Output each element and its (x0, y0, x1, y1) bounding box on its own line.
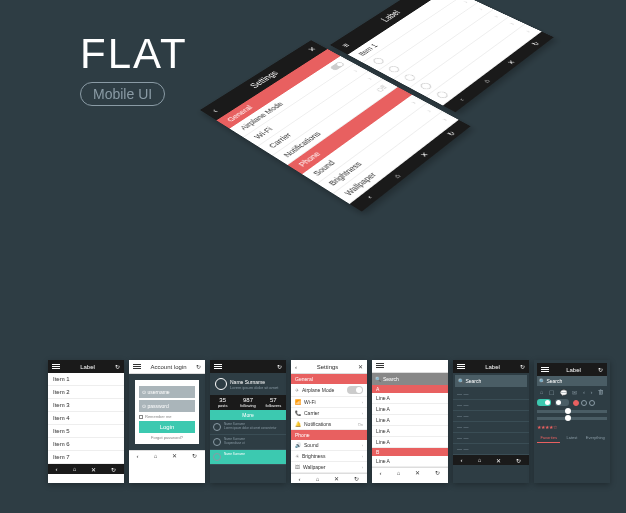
list-item[interactable]: Item 5 (48, 425, 124, 438)
search-input[interactable]: 🔍 Search (372, 373, 448, 385)
radio-icon[interactable] (387, 65, 402, 74)
refresh-icon[interactable]: ↻ (446, 130, 458, 137)
refresh-icon[interactable]: ↻ (520, 363, 525, 370)
refresh-icon[interactable]: ↻ (435, 469, 440, 476)
menu-icon[interactable] (52, 364, 60, 370)
tab-latest[interactable]: Latest (560, 433, 583, 443)
home-icon[interactable]: ⌂ (73, 466, 77, 472)
remember-checkbox[interactable]: Remember me (139, 414, 195, 419)
close-icon[interactable]: ✕ (415, 469, 420, 476)
rating-stars[interactable]: ★★★★☆ (537, 424, 607, 430)
back-icon[interactable]: ‹ (583, 389, 585, 396)
home-icon[interactable]: ⌂ (540, 389, 544, 396)
home-icon[interactable]: ⌂ (154, 453, 158, 459)
home-icon[interactable]: ⌂ (481, 78, 492, 84)
menu-icon[interactable] (214, 364, 222, 370)
close-icon[interactable]: ✕ (172, 452, 177, 459)
close-icon[interactable]: ✕ (496, 457, 501, 464)
radio-icon[interactable] (419, 82, 434, 91)
list-item[interactable]: Line A (372, 426, 448, 437)
back-icon[interactable]: ‹ (380, 470, 382, 476)
back-icon[interactable]: ‹ (210, 108, 220, 114)
menu-icon[interactable] (457, 364, 465, 370)
stat-followers[interactable]: 57followers (261, 395, 286, 410)
refresh-icon[interactable]: ↻ (354, 475, 359, 482)
stat-following[interactable]: 987following (235, 395, 260, 410)
tab-favorites[interactable]: Favorites (537, 433, 560, 443)
close-icon[interactable]: ✕ (91, 466, 96, 473)
list-item[interactable]: — — (453, 389, 529, 400)
refresh-icon[interactable]: ↻ (598, 366, 603, 373)
chat-icon[interactable]: 💬 (560, 389, 567, 396)
bookmark-icon[interactable]: ☐ (549, 389, 554, 396)
search-input[interactable]: 🔍 Search (537, 376, 607, 386)
radio-icon[interactable] (435, 90, 450, 99)
back-icon[interactable]: ‹ (457, 97, 467, 102)
list-item[interactable]: Line A (372, 393, 448, 404)
search-input[interactable]: 🔍 Search (455, 375, 527, 387)
row-notifications[interactable]: 🔔NotificationsOn (291, 419, 367, 430)
forward-icon[interactable]: › (591, 389, 593, 396)
refresh-icon[interactable]: ↻ (111, 466, 116, 473)
list-item[interactable]: Line A (372, 415, 448, 426)
list-item[interactable]: — — (453, 433, 529, 444)
password-input[interactable]: ⊙ password (139, 400, 195, 412)
home-icon[interactable]: ⌂ (316, 476, 320, 482)
radio-selected[interactable] (573, 400, 579, 406)
list-item[interactable]: Line A (372, 437, 448, 448)
back-icon[interactable]: ‹ (299, 476, 301, 482)
row-carrier[interactable]: 📞Carrier› (291, 408, 367, 419)
comment-item[interactable]: Name SurnameSuspendisse ut (210, 435, 286, 450)
row-airplane[interactable]: ✈Airplane Mode (291, 384, 367, 397)
forgot-link[interactable]: Forgot password? (139, 435, 195, 440)
list-item[interactable]: Item 7 (48, 451, 124, 464)
radio-icon[interactable] (371, 57, 385, 66)
toggle-off[interactable] (555, 399, 569, 406)
refresh-icon[interactable]: ↻ (516, 457, 521, 464)
slider[interactable] (537, 410, 607, 413)
list-item[interactable]: — — (453, 444, 529, 455)
list-item[interactable]: Item 6 (48, 438, 124, 451)
refresh-icon[interactable]: ↻ (530, 40, 542, 47)
radio-option[interactable] (581, 400, 587, 406)
slider[interactable] (537, 417, 607, 420)
back-icon[interactable]: ‹ (56, 466, 58, 472)
stat-posts[interactable]: 35posts (210, 395, 235, 410)
refresh-icon[interactable]: ↻ (115, 363, 120, 370)
menu-icon[interactable] (376, 363, 384, 369)
avatar[interactable] (215, 378, 227, 390)
list-item[interactable]: Item 4 (48, 412, 124, 425)
toggle-icon[interactable] (330, 61, 346, 71)
refresh-icon[interactable]: ↻ (277, 363, 282, 370)
trash-icon[interactable]: 🗑 (598, 389, 604, 396)
toggle-icon[interactable] (347, 386, 363, 394)
close-icon[interactable]: ✕ (358, 363, 363, 370)
comment-item[interactable]: Name Surname (210, 450, 286, 465)
close-icon[interactable]: ✕ (505, 59, 517, 66)
home-icon[interactable]: ⌂ (391, 172, 402, 179)
close-icon[interactable]: ✕ (418, 150, 430, 158)
list-item[interactable]: Item 2 (48, 386, 124, 399)
close-icon[interactable]: ✕ (306, 46, 319, 53)
refresh-icon[interactable]: ↻ (192, 452, 197, 459)
back-icon[interactable]: ‹ (365, 194, 375, 200)
list-item[interactable]: — — (453, 400, 529, 411)
row-wallpaper[interactable]: 🖼Wallpaper› (291, 462, 367, 473)
refresh-icon[interactable]: ↻ (196, 363, 201, 370)
menu-icon[interactable]: ≡ (340, 42, 352, 49)
home-icon[interactable]: ⌂ (478, 457, 482, 463)
radio-icon[interactable] (402, 73, 417, 82)
login-button[interactable]: Login (139, 421, 195, 433)
comment-item[interactable]: Name SurnameLorem ipsum dolor sit amet c… (210, 420, 286, 435)
home-icon[interactable]: ⌂ (397, 470, 401, 476)
tab-everything[interactable]: Everything (584, 433, 607, 443)
list-item[interactable]: — — (453, 411, 529, 422)
row-brightness[interactable]: ☀Brightness› (291, 451, 367, 462)
list-item[interactable]: — — (453, 422, 529, 433)
list-item[interactable]: Item 1 (48, 373, 124, 386)
row-sound[interactable]: 🔊Sound› (291, 440, 367, 451)
more-button[interactable]: More (210, 410, 286, 420)
toggle-on[interactable] (537, 399, 551, 406)
list-item[interactable]: Item 3 (48, 399, 124, 412)
menu-icon[interactable] (541, 367, 549, 373)
